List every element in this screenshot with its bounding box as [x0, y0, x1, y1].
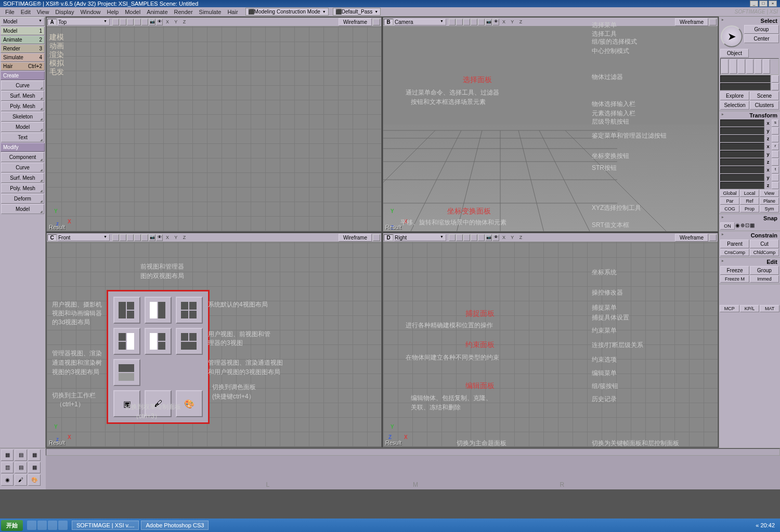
- srt-icon[interactable]: [772, 127, 779, 135]
- menu-file[interactable]: File: [2, 8, 18, 16]
- vp-a-maximize[interactable]: [373, 19, 380, 25]
- snap-icon[interactable]: ⊕: [740, 222, 745, 230]
- ref-button[interactable]: Ref: [740, 197, 759, 205]
- group-button[interactable]: Group: [744, 25, 779, 34]
- menu-animate[interactable]: Animate: [144, 8, 171, 16]
- snap-icon[interactable]: ⊡: [745, 222, 749, 230]
- task-softimage[interactable]: SOFTIMAGE | XSI v....: [72, 521, 139, 530]
- mode-hair[interactable]: HairCtrl+2: [1, 62, 45, 71]
- vp-a-label[interactable]: A: [47, 19, 57, 25]
- sym-button[interactable]: Sym: [760, 205, 779, 212]
- mode-simulate[interactable]: Simulate4: [1, 53, 45, 62]
- mode-selector[interactable]: Model▼: [1, 17, 45, 26]
- camera-icon[interactable]: 📷: [149, 234, 155, 241]
- t-button[interactable]: t: [772, 166, 779, 174]
- mode-animate[interactable]: Animate2: [1, 35, 45, 44]
- rot-x[interactable]: [720, 143, 764, 150]
- camera-icon[interactable]: 📷: [149, 19, 155, 25]
- constrain-title[interactable]: ▸Constrain: [720, 232, 779, 239]
- minimize-button[interactable]: _: [750, 1, 758, 7]
- scene-button[interactable]: Scene: [750, 91, 779, 100]
- vp-d-render[interactable]: Wireframe: [675, 234, 708, 242]
- brush-icon[interactable]: 🖌: [15, 474, 27, 486]
- eye-icon[interactable]: 👁: [492, 19, 499, 25]
- vp-b-render[interactable]: Wireframe: [675, 18, 708, 26]
- selection-button[interactable]: Selection: [720, 101, 749, 110]
- create-model[interactable]: Model◢: [1, 122, 44, 132]
- vp-c-render[interactable]: Wireframe: [339, 234, 372, 242]
- srt-z[interactable]: [720, 135, 764, 142]
- vp-icon[interactable]: [456, 19, 463, 25]
- modify-model[interactable]: Model◢: [1, 204, 44, 214]
- layout-3view-c[interactable]: [176, 328, 203, 355]
- maximize-button[interactable]: □: [759, 1, 768, 7]
- mcp-tab[interactable]: MCP: [720, 305, 739, 312]
- viewport-b[interactable]: B Camera▼ 📷👁 X Y Z Wireframe XYZ Result: [383, 17, 718, 232]
- vp-icon[interactable]: [127, 234, 134, 241]
- layout-4view[interactable]: [176, 297, 203, 324]
- mode-render[interactable]: Render3: [1, 44, 45, 53]
- snap-icon[interactable]: ▦: [750, 222, 755, 230]
- vp-xyz[interactable]: X Y Z: [166, 235, 188, 240]
- kpl-tab[interactable]: KP/L: [740, 305, 760, 312]
- menu-hair[interactable]: Hair: [224, 8, 241, 16]
- mat-tab[interactable]: MAT: [760, 305, 779, 312]
- viewport-a[interactable]: A Top▼ 📷👁 X Y Z Wireframe XYz Result: [46, 17, 382, 232]
- vp-c-maximize[interactable]: [373, 234, 380, 241]
- vp-icon[interactable]: [478, 234, 485, 241]
- palette-icon[interactable]: 🎨: [28, 474, 41, 486]
- menu-simulate[interactable]: Simulate: [196, 8, 225, 16]
- close-button[interactable]: ×: [769, 1, 777, 7]
- vp-d-label[interactable]: D: [384, 234, 393, 241]
- vp-icon[interactable]: [112, 234, 119, 241]
- layout-3view-a[interactable]: [113, 328, 140, 355]
- vp-icon[interactable]: [449, 234, 456, 241]
- layout-icon[interactable]: ▤: [15, 462, 27, 473]
- vp-icon[interactable]: [471, 19, 477, 25]
- layout-3view-b[interactable]: [145, 328, 172, 355]
- filter-icon[interactable]: [730, 59, 737, 74]
- vp-xyz[interactable]: X Y Z: [502, 19, 524, 24]
- vp-c-name[interactable]: Front▼: [58, 234, 110, 241]
- layout-2view[interactable]: [145, 297, 172, 324]
- vp-b-name[interactable]: Camera▼: [394, 19, 446, 25]
- ql-icon[interactable]: [37, 521, 47, 530]
- parent-button[interactable]: Parent: [720, 240, 749, 248]
- construction-mode-combo[interactable]: ⬛Modeling Construction Mode▼: [245, 8, 329, 16]
- plane-button[interactable]: Plane: [760, 197, 779, 205]
- rot-z[interactable]: [720, 158, 764, 166]
- srt-icon[interactable]: [772, 151, 779, 158]
- immed-button[interactable]: Immed: [750, 275, 779, 283]
- element-select-input[interactable]: [720, 83, 771, 90]
- ql-icon[interactable]: [58, 521, 68, 530]
- local-button[interactable]: Local: [740, 190, 759, 197]
- vp-b-label[interactable]: B: [384, 19, 393, 25]
- vp-icon[interactable]: [134, 234, 141, 241]
- global-button[interactable]: Global: [720, 190, 739, 197]
- filter-icon[interactable]: [755, 59, 762, 74]
- prop-button[interactable]: Prop: [740, 205, 759, 212]
- layout-icon[interactable]: ▦: [28, 462, 41, 473]
- edit-title[interactable]: ▸Edit: [720, 258, 779, 265]
- vp-icon[interactable]: [456, 234, 463, 241]
- rot-y[interactable]: [720, 151, 764, 158]
- cursor-icon[interactable]: ➤: [721, 25, 743, 47]
- layout-icon[interactable]: ▤: [15, 449, 27, 461]
- menu-display[interactable]: Display: [52, 8, 77, 16]
- layout-icon[interactable]: ▦: [28, 449, 41, 461]
- task-photoshop[interactable]: Adobe Photoshop CS3: [141, 521, 209, 530]
- menu-model[interactable]: Model: [122, 8, 144, 16]
- cog-button[interactable]: COG: [720, 205, 739, 212]
- layout-icon[interactable]: ▥: [1, 462, 14, 473]
- vp-icon[interactable]: [478, 19, 485, 25]
- create-surfmesh[interactable]: Surf. Mesh◢: [1, 91, 44, 101]
- vp-icon[interactable]: [127, 19, 134, 25]
- srt-icon[interactable]: [772, 135, 779, 142]
- trans-x[interactable]: [720, 166, 764, 174]
- eye-icon[interactable]: 👁: [156, 234, 163, 241]
- create-text[interactable]: Text◢: [1, 132, 44, 142]
- srt-icon[interactable]: [772, 182, 779, 189]
- input-icon[interactable]: [772, 75, 779, 83]
- input-icon[interactable]: [772, 83, 779, 90]
- camera-icon[interactable]: 📷: [485, 234, 492, 241]
